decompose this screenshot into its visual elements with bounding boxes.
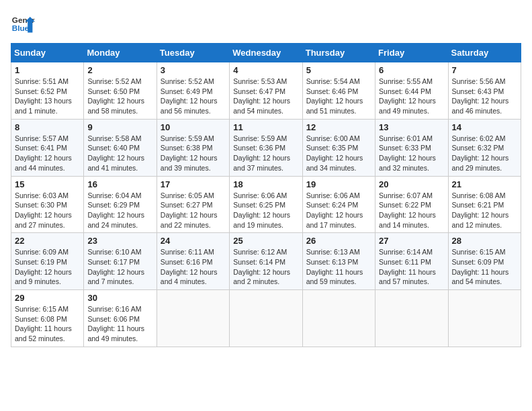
calendar-cell: 12Sunrise: 6:00 AM Sunset: 6:35 PM Dayli… [302, 119, 375, 176]
weekday-header: Thursday [302, 44, 375, 62]
calendar-cell: 30Sunrise: 6:16 AM Sunset: 6:06 PM Dayli… [84, 290, 157, 347]
day-info: Sunrise: 5:52 AM Sunset: 6:49 PM Dayligh… [161, 77, 226, 116]
day-number: 14 [452, 122, 517, 132]
calendar-cell: 21Sunrise: 6:08 AM Sunset: 6:21 PM Dayli… [448, 176, 521, 233]
calendar-cell: 18Sunrise: 6:06 AM Sunset: 6:25 PM Dayli… [230, 176, 302, 233]
calendar-cell: 9Sunrise: 5:58 AM Sunset: 6:40 PM Daylig… [84, 119, 157, 176]
day-info: Sunrise: 6:10 AM Sunset: 6:17 PM Dayligh… [87, 247, 152, 287]
calendar-week-row: 29Sunrise: 6:15 AM Sunset: 6:08 PM Dayli… [11, 290, 521, 347]
day-number: 8 [15, 122, 80, 132]
day-number: 20 [379, 179, 444, 189]
day-info: Sunrise: 6:09 AM Sunset: 6:19 PM Dayligh… [15, 247, 80, 287]
calendar-cell: 16Sunrise: 6:04 AM Sunset: 6:29 PM Dayli… [84, 176, 157, 233]
day-info: Sunrise: 6:14 AM Sunset: 6:11 PM Dayligh… [379, 247, 444, 287]
calendar-cell [375, 290, 448, 347]
calendar-cell: 8Sunrise: 5:57 AM Sunset: 6:41 PM Daylig… [11, 119, 84, 176]
day-number: 23 [87, 236, 152, 246]
calendar-cell: 22Sunrise: 6:09 AM Sunset: 6:19 PM Dayli… [11, 233, 84, 290]
calendar-cell [157, 290, 229, 347]
day-number: 3 [161, 65, 226, 75]
day-info: Sunrise: 5:56 AM Sunset: 6:43 PM Dayligh… [452, 77, 517, 116]
day-info: Sunrise: 6:11 AM Sunset: 6:16 PM Dayligh… [161, 247, 226, 287]
weekday-header-row: SundayMondayTuesdayWednesdayThursdayFrid… [11, 44, 521, 62]
day-info: Sunrise: 6:05 AM Sunset: 6:27 PM Dayligh… [161, 191, 226, 230]
calendar-table: SundayMondayTuesdayWednesdayThursdayFrid… [11, 43, 521, 347]
day-info: Sunrise: 5:54 AM Sunset: 6:46 PM Dayligh… [306, 77, 371, 116]
calendar-cell: 13Sunrise: 6:01 AM Sunset: 6:33 PM Dayli… [375, 119, 448, 176]
day-number: 7 [452, 65, 517, 75]
calendar-cell: 28Sunrise: 6:15 AM Sunset: 6:09 PM Dayli… [448, 233, 521, 290]
day-info: Sunrise: 5:57 AM Sunset: 6:41 PM Dayligh… [15, 134, 80, 173]
day-number: 10 [161, 122, 226, 132]
day-info: Sunrise: 6:07 AM Sunset: 6:22 PM Dayligh… [379, 191, 444, 230]
day-number: 26 [306, 236, 371, 246]
day-info: Sunrise: 6:13 AM Sunset: 6:13 PM Dayligh… [306, 247, 371, 287]
calendar-cell: 4Sunrise: 5:53 AM Sunset: 6:47 PM Daylig… [230, 62, 302, 120]
day-info: Sunrise: 5:59 AM Sunset: 6:38 PM Dayligh… [161, 134, 226, 173]
page-header: General Blue [11, 11, 521, 35]
day-number: 2 [87, 65, 152, 75]
calendar-week-row: 1Sunrise: 5:51 AM Sunset: 6:52 PM Daylig… [11, 62, 521, 120]
calendar-cell: 1Sunrise: 5:51 AM Sunset: 6:52 PM Daylig… [11, 62, 84, 120]
day-number: 22 [15, 236, 80, 246]
calendar-cell: 27Sunrise: 6:14 AM Sunset: 6:11 PM Dayli… [375, 233, 448, 290]
logo-icon: General Blue [11, 11, 35, 35]
logo: General Blue [11, 11, 35, 35]
day-number: 24 [161, 236, 226, 246]
day-number: 21 [452, 179, 517, 189]
weekday-header: Friday [375, 44, 448, 62]
day-info: Sunrise: 6:06 AM Sunset: 6:25 PM Dayligh… [233, 191, 298, 230]
day-info: Sunrise: 6:16 AM Sunset: 6:06 PM Dayligh… [87, 304, 152, 344]
day-info: Sunrise: 5:53 AM Sunset: 6:47 PM Dayligh… [233, 77, 298, 116]
calendar-cell: 14Sunrise: 6:02 AM Sunset: 6:32 PM Dayli… [448, 119, 521, 176]
calendar-cell: 19Sunrise: 6:06 AM Sunset: 6:24 PM Dayli… [302, 176, 375, 233]
day-number: 6 [379, 65, 444, 75]
day-number: 29 [15, 293, 80, 303]
day-number: 5 [306, 65, 371, 75]
weekday-header: Tuesday [157, 44, 229, 62]
day-info: Sunrise: 6:00 AM Sunset: 6:35 PM Dayligh… [306, 134, 371, 173]
day-number: 19 [306, 179, 371, 189]
weekday-header: Monday [84, 44, 157, 62]
day-number: 25 [233, 236, 298, 246]
calendar-cell: 20Sunrise: 6:07 AM Sunset: 6:22 PM Dayli… [375, 176, 448, 233]
day-number: 27 [379, 236, 444, 246]
calendar-cell: 17Sunrise: 6:05 AM Sunset: 6:27 PM Dayli… [157, 176, 229, 233]
calendar-week-row: 22Sunrise: 6:09 AM Sunset: 6:19 PM Dayli… [11, 233, 521, 290]
calendar-cell: 26Sunrise: 6:13 AM Sunset: 6:13 PM Dayli… [302, 233, 375, 290]
day-number: 13 [379, 122, 444, 132]
weekday-header: Saturday [448, 44, 521, 62]
day-number: 4 [233, 65, 298, 75]
day-info: Sunrise: 5:51 AM Sunset: 6:52 PM Dayligh… [15, 77, 80, 116]
day-info: Sunrise: 6:01 AM Sunset: 6:33 PM Dayligh… [379, 134, 444, 173]
day-number: 15 [15, 179, 80, 189]
day-info: Sunrise: 6:06 AM Sunset: 6:24 PM Dayligh… [306, 191, 371, 230]
calendar-week-row: 15Sunrise: 6:03 AM Sunset: 6:30 PM Dayli… [11, 176, 521, 233]
day-info: Sunrise: 5:58 AM Sunset: 6:40 PM Dayligh… [87, 134, 152, 173]
day-number: 16 [87, 179, 152, 189]
day-info: Sunrise: 6:02 AM Sunset: 6:32 PM Dayligh… [452, 134, 517, 173]
day-info: Sunrise: 6:12 AM Sunset: 6:14 PM Dayligh… [233, 247, 298, 287]
calendar-cell: 23Sunrise: 6:10 AM Sunset: 6:17 PM Dayli… [84, 233, 157, 290]
calendar-cell: 3Sunrise: 5:52 AM Sunset: 6:49 PM Daylig… [157, 62, 229, 120]
calendar-cell: 29Sunrise: 6:15 AM Sunset: 6:08 PM Dayli… [11, 290, 84, 347]
calendar-cell: 25Sunrise: 6:12 AM Sunset: 6:14 PM Dayli… [230, 233, 302, 290]
day-number: 12 [306, 122, 371, 132]
svg-text:Blue: Blue [12, 24, 30, 32]
day-number: 11 [233, 122, 298, 132]
weekday-header: Sunday [11, 44, 84, 62]
calendar-cell: 7Sunrise: 5:56 AM Sunset: 6:43 PM Daylig… [448, 62, 521, 120]
calendar-cell [230, 290, 302, 347]
calendar-week-row: 8Sunrise: 5:57 AM Sunset: 6:41 PM Daylig… [11, 119, 521, 176]
calendar-cell: 15Sunrise: 6:03 AM Sunset: 6:30 PM Dayli… [11, 176, 84, 233]
day-number: 28 [452, 236, 517, 246]
day-number: 18 [233, 179, 298, 189]
calendar-cell: 2Sunrise: 5:52 AM Sunset: 6:50 PM Daylig… [84, 62, 157, 120]
calendar-cell: 6Sunrise: 5:55 AM Sunset: 6:44 PM Daylig… [375, 62, 448, 120]
day-info: Sunrise: 6:15 AM Sunset: 6:08 PM Dayligh… [15, 304, 80, 344]
day-info: Sunrise: 6:15 AM Sunset: 6:09 PM Dayligh… [452, 247, 517, 287]
day-number: 1 [15, 65, 80, 75]
calendar-cell: 10Sunrise: 5:59 AM Sunset: 6:38 PM Dayli… [157, 119, 229, 176]
calendar-cell [302, 290, 375, 347]
day-number: 9 [87, 122, 152, 132]
